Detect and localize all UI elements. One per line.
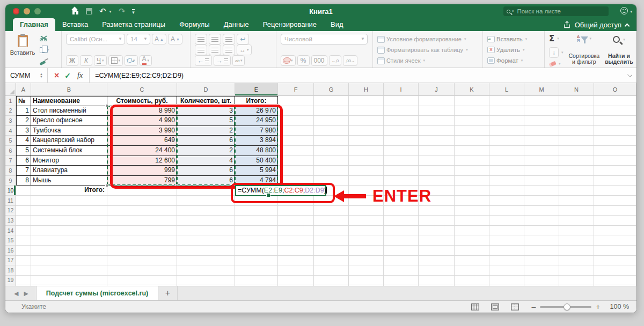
undo-icon[interactable]: ↶ (99, 8, 106, 14)
cell-M7[interactable] (524, 156, 559, 166)
zoom-out-button[interactable]: – (532, 303, 536, 310)
row-header-19[interactable]: 19 (5, 276, 16, 286)
cell-J1[interactable] (419, 96, 455, 106)
cell-N3[interactable] (559, 116, 594, 126)
align-top-button[interactable] (195, 34, 207, 45)
add-sheet-button[interactable]: + (158, 286, 178, 300)
cell-O1[interactable] (594, 96, 636, 106)
cell-H14[interactable] (349, 226, 384, 236)
cell-K8[interactable] (455, 166, 489, 176)
percent-format-button[interactable]: % (297, 55, 310, 66)
cell-L2[interactable] (489, 106, 524, 116)
zoom-slider-knob[interactable] (564, 303, 570, 310)
home-icon[interactable] (72, 9, 79, 14)
cell-N11[interactable] (559, 196, 594, 206)
cell-M18[interactable] (524, 265, 559, 276)
cell-F8[interactable] (278, 166, 314, 176)
cell-H3[interactable] (349, 116, 384, 126)
cell-E13[interactable] (235, 216, 278, 226)
cell-H2[interactable] (349, 106, 384, 116)
cell-O2[interactable] (594, 106, 636, 116)
align-right-button[interactable] (223, 45, 235, 55)
cell-O8[interactable] (594, 166, 636, 176)
cell-B1[interactable]: Наименование (31, 96, 107, 106)
cell-D17[interactable] (177, 256, 235, 266)
cell-A19[interactable] (16, 276, 31, 286)
cell-I6[interactable] (384, 146, 419, 156)
cell-A16[interactable] (16, 246, 31, 256)
row-header-13[interactable]: 13 (5, 216, 16, 226)
cell-G18[interactable] (314, 265, 349, 276)
cell-A2[interactable]: 1 (16, 106, 31, 116)
cell-B6[interactable]: Системный блок (31, 146, 107, 156)
align-left-button[interactable] (195, 45, 207, 55)
row-header-18[interactable]: 18 (5, 265, 16, 276)
cell-D13[interactable] (177, 216, 235, 226)
cell-F6[interactable] (278, 146, 314, 156)
format-cells-button[interactable]: Формат▾ (487, 57, 541, 64)
cell-O7[interactable] (594, 156, 636, 166)
conditional-formatting-button[interactable]: Условное форматирование▾ (377, 36, 479, 43)
cell-A8[interactable]: 7 (16, 166, 31, 176)
cell-B18[interactable] (31, 265, 107, 276)
cell-H15[interactable] (349, 235, 384, 246)
row-header-7[interactable]: 7 (5, 156, 16, 166)
cell-K15[interactable] (455, 235, 489, 246)
cell-E12[interactable] (235, 206, 278, 216)
cell-F18[interactable] (278, 265, 314, 276)
cell-A9[interactable]: 8 (16, 176, 31, 186)
cell-H16[interactable] (349, 246, 384, 256)
cell-L12[interactable] (489, 206, 524, 216)
cell-C14[interactable] (107, 226, 177, 236)
cell-D11[interactable] (177, 196, 235, 206)
cell-A10[interactable] (16, 186, 31, 196)
cell-A15[interactable] (16, 235, 31, 246)
cell-M17[interactable] (524, 256, 559, 266)
cell-O17[interactable] (594, 256, 636, 266)
cell-G19[interactable] (314, 276, 349, 286)
cell-D19[interactable] (177, 276, 235, 286)
row-header-12[interactable]: 12 (5, 206, 16, 216)
cell-A4[interactable]: 3 (16, 126, 31, 136)
cell-I15[interactable] (384, 235, 419, 246)
cell-K7[interactable] (455, 156, 489, 166)
cell-H8[interactable] (349, 166, 384, 176)
cell-N16[interactable] (559, 246, 594, 256)
cell-I18[interactable] (384, 265, 419, 276)
cell-J15[interactable] (419, 235, 455, 246)
cell-M1[interactable] (524, 96, 559, 106)
tab-view[interactable]: Вид (324, 18, 350, 31)
cell-B12[interactable] (31, 206, 107, 216)
cell-F7[interactable] (278, 156, 314, 166)
cell-J6[interactable] (419, 146, 455, 156)
cell-F16[interactable] (278, 246, 314, 256)
cell-B3[interactable]: Кресло офисное (31, 116, 107, 126)
tab-review[interactable]: Рецензирование (256, 18, 324, 31)
column-header-J[interactable]: J (419, 83, 455, 96)
cell-L16[interactable] (489, 246, 524, 256)
cell-A17[interactable] (16, 256, 31, 266)
column-header-H[interactable]: H (349, 83, 384, 96)
row-header-15[interactable]: 15 (5, 235, 16, 246)
cancel-entry-icon[interactable]: × (54, 71, 59, 80)
row-header-2[interactable]: 2 (5, 106, 16, 116)
cell-M11[interactable] (524, 196, 559, 206)
cell-C15[interactable] (107, 235, 177, 246)
cell-G13[interactable] (314, 216, 349, 226)
cell-I8[interactable] (384, 166, 419, 176)
currency-format-button[interactable]: ▾ (281, 55, 296, 66)
row-header-17[interactable]: 17 (5, 256, 16, 266)
find-select-button[interactable]: ▾ Найти ивыделить (605, 34, 633, 66)
cell-I4[interactable] (384, 126, 419, 136)
cell-B4[interactable]: Тумбочка (31, 126, 107, 136)
cell-J17[interactable] (419, 256, 455, 266)
orientation-button[interactable]: ab▾ (232, 55, 245, 66)
page-layout-view-icon[interactable] (491, 303, 499, 310)
cell-K6[interactable] (455, 146, 489, 156)
cell-L10[interactable] (489, 186, 524, 196)
feedback-dropdown-icon[interactable]: ▾ (630, 10, 632, 14)
cell-J19[interactable] (419, 276, 455, 286)
cell-B2[interactable]: Стол письменный (31, 106, 107, 116)
name-box[interactable]: СУММ (5, 72, 40, 79)
cell-I5[interactable] (384, 136, 419, 146)
